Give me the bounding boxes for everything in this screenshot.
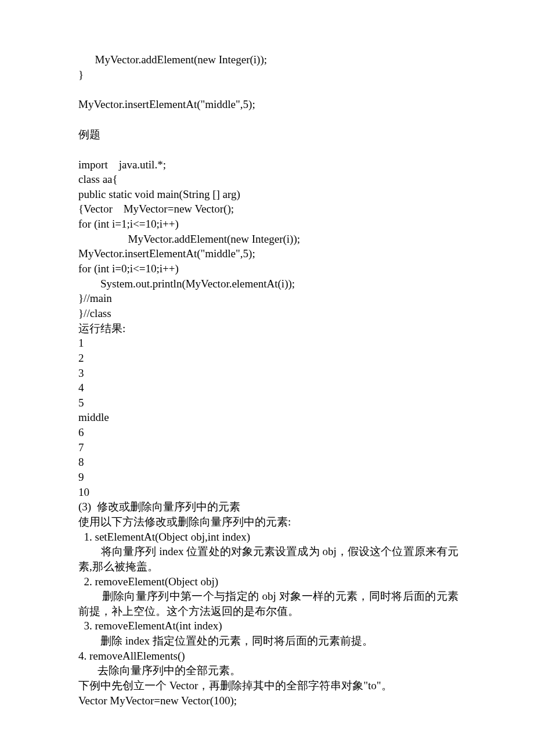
- output-line: 1: [78, 336, 459, 351]
- code-line: MyVector.addElement(new Integer(i));: [78, 52, 459, 67]
- code-line: Vector MyVector=new Vector(100);: [78, 693, 459, 708]
- text-line: (3) 修改或删除向量序列中的元素: [78, 499, 459, 514]
- document-page: MyVector.addElement(new Integer(i)); } M…: [0, 0, 534, 754]
- output-line: 7: [78, 440, 459, 455]
- output-line: 4: [78, 380, 459, 395]
- code-line: class aa{: [78, 172, 459, 187]
- code-line: {Vector MyVector=new Vector();: [78, 201, 459, 217]
- text-line: 删除 index 指定位置处的元素，同时将后面的元素前提。: [78, 633, 459, 649]
- text-line: 运行结果:: [78, 321, 459, 336]
- blank-line: [78, 142, 459, 157]
- code-line: MyVector.insertElementAt("middle",5);: [78, 97, 459, 112]
- code-line: MyVector.addElement(new Integer(i));: [78, 232, 459, 247]
- code-line: import java.util.*;: [78, 157, 459, 172]
- output-line: 10: [78, 485, 459, 500]
- text-line: 例题: [78, 127, 459, 142]
- code-line: }: [78, 67, 459, 82]
- output-line: 9: [78, 470, 459, 485]
- text-line: 删除向量序列中第一个与指定的 obj 对象一样的元素，同时将后面的元素前提，补上…: [78, 589, 459, 618]
- text-line: 下例中先创立一个 Vector，再删除掉其中的全部字符串对象"to"。: [78, 678, 459, 693]
- text-line: 使用以下方法修改或删除向量序列中的元素:: [78, 514, 459, 530]
- text-line: 将向量序列 index 位置处的对象元素设置成为 obj，假设这个位置原来有元素…: [78, 544, 459, 574]
- code-line: MyVector.insertElementAt("middle",5);: [78, 246, 459, 261]
- blank-line: [78, 112, 459, 127]
- text-line: 去除向量序列中的全部元素。: [78, 663, 459, 678]
- code-line: for (int i=1;i<=10;i++): [78, 217, 459, 232]
- output-line: 6: [78, 425, 459, 440]
- output-line: 3: [78, 366, 459, 381]
- text-line: 4. removeAllElements(): [78, 649, 459, 664]
- output-line: 8: [78, 455, 459, 470]
- output-line: middle: [78, 410, 459, 425]
- code-line: public static void main(String [] arg): [78, 187, 459, 202]
- text-line: 2. removeElement(Object obj): [78, 574, 459, 589]
- code-line: System.out.println(MyVector.elementAt(i)…: [78, 276, 459, 291]
- code-line: for (int i=0;i<=10;i++): [78, 261, 459, 276]
- code-line: }//main: [78, 291, 459, 306]
- code-line: }//class: [78, 306, 459, 321]
- blank-line: [78, 82, 459, 97]
- output-line: 5: [78, 395, 459, 411]
- output-line: 2: [78, 351, 459, 366]
- text-line: 3. removeElementAt(int index): [78, 618, 459, 633]
- text-line: 1. setElementAt(Object obj,int index): [78, 530, 459, 545]
